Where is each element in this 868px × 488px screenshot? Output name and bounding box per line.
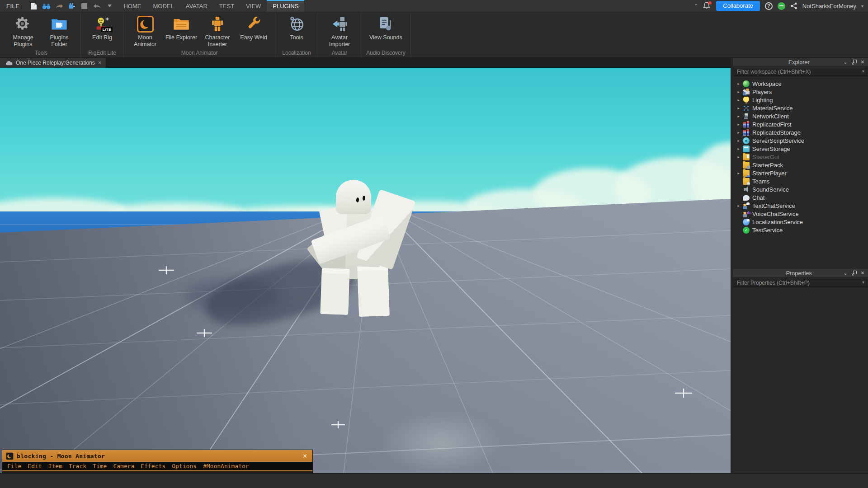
username-caret-icon: ▾ [861,4,863,9]
3d-viewport[interactable] [0,68,731,473]
explorer-item-players[interactable]: Players [733,88,868,96]
expand-arrow-icon[interactable] [736,171,741,175]
file-menu[interactable]: FILE [0,0,26,12]
save-icon[interactable] [80,2,89,10]
ma-menu-edit[interactable]: Edit [24,463,45,469]
redo-icon[interactable] [55,2,63,10]
explorer-item-voicechatservice[interactable]: VoiceChatService [733,210,868,218]
explorer-item-networkclient[interactable]: NetworkClient [733,112,868,120]
right-panel-column: Explorer ⌄ × ▾ Workspace Players Lightin… [733,58,868,473]
ribbon-button-label: Edit Rig [92,34,112,41]
moon-animator-menubar: File Edit Item Track Time Camera Effects… [2,462,312,471]
close-icon[interactable]: × [98,60,102,66]
explorer-item-serverscriptservice[interactable]: ServerScriptService [733,136,868,145]
explorer-item-startergui[interactable]: StarterGui [733,153,868,161]
close-icon[interactable]: × [861,60,864,65]
chevron-down-icon[interactable]: ⌄ [844,60,848,65]
ribbon-group-label: Tools [6,48,76,57]
explorer-item-replicatedfirst[interactable]: ReplicatedFirst [733,120,868,128]
ribbon-button-view-sounds[interactable]: View Sounds [368,14,403,48]
expand-arrow-icon[interactable] [736,106,741,110]
ribbon-button-avatar-importer[interactable]: Avatar Importer [322,14,357,48]
ma-menu-time[interactable]: Time [90,463,110,469]
expand-arrow-icon[interactable] [736,122,741,127]
ma-menu-file[interactable]: File [4,463,24,469]
explorer-filter-input[interactable] [734,68,867,76]
tab-avatar[interactable]: AVATAR [180,0,213,12]
toolbar-options-chevron-icon[interactable] [105,2,114,10]
ribbon-button-edit-rig[interactable]: LITE Edit Rig [85,14,119,48]
ma-menu-camera[interactable]: Camera [110,463,137,469]
explorer-item-serverstorage[interactable]: ServerStorage [733,145,868,153]
plugins-ribbon: Manage Plugins Plugins Folder Tools LITE [0,12,868,58]
username-menu[interactable]: NotSharksForMoney [802,3,856,9]
explorer-item-localizationservice[interactable]: LocalizationService [733,218,868,226]
explorer-item-starterplayer[interactable]: StarterPlayer [733,169,868,177]
expand-arrow-icon[interactable] [736,204,741,208]
collaborate-button[interactable]: Collaborate [716,1,760,11]
explorer-item-testservice[interactable]: TestService [733,226,868,234]
properties-filter-input[interactable] [734,279,867,287]
notifications-bell-icon[interactable] [703,2,711,10]
help-icon[interactable]: ? [765,2,773,10]
chevron-down-icon[interactable]: ⌄ [844,271,848,276]
character-head [336,180,371,214]
undo-icon[interactable] [93,2,101,10]
ribbon-group-label: Moon Animator [128,48,271,57]
tab-test[interactable]: TEST [213,0,240,12]
share-icon[interactable] [790,2,797,9]
collapse-ribbon-icon[interactable]: ⌃ [694,3,698,9]
ma-menu-item[interactable]: Item [45,463,66,469]
expand-arrow-icon[interactable] [736,90,741,94]
explorer-item-starterpack[interactable]: StarterPack [733,161,868,169]
expand-arrow-icon[interactable] [736,114,741,118]
open-binoculars-icon[interactable] [42,2,51,10]
explorer-item-replicatedstorage[interactable]: ReplicatedStorage [733,128,868,136]
ribbon-button-file-explorer[interactable]: File Explorer [164,14,198,48]
expand-arrow-icon[interactable] [736,155,741,159]
close-icon[interactable]: × [301,452,309,460]
plugin-icon[interactable] [67,2,76,10]
explorer-tree: Workspace Players Lighting MaterialServi… [733,76,868,234]
ribbon-button-label: Moon Animator [128,34,162,48]
properties-panel: Properties ⌄ × ▾ [733,269,868,287]
ribbon-button-localization-tools[interactable]: Tools [279,14,314,48]
moon-animator-titlebar[interactable]: blocking - Moon Animator × [2,450,312,462]
folder-orange-icon [173,15,189,33]
expand-arrow-icon[interactable] [736,82,741,86]
explorer-item-materialservice[interactable]: MaterialService [733,104,868,112]
ribbon-group-label: Avatar [322,48,357,57]
ma-menu-track[interactable]: Track [66,463,90,469]
panel-title: Explorer [733,59,844,66]
ribbon-button-character-inserter[interactable]: Character Inserter [200,14,235,48]
explorer-item-soundservice[interactable]: SoundService [733,185,868,193]
explorer-item-lighting[interactable]: Lighting [733,96,868,104]
explorer-item-workspace[interactable]: Workspace [733,80,868,88]
expand-arrow-icon[interactable] [736,98,741,102]
ma-menu-effects[interactable]: Effects [137,463,169,469]
tab-plugins[interactable]: PLUGINS [267,0,304,12]
new-document-icon[interactable] [29,2,38,10]
explorer-item-chat[interactable]: Chat [733,193,868,202]
character-icon [210,15,225,33]
ribbon-button-moon-animator[interactable]: Moon Animator [128,14,162,48]
document-tab[interactable]: One Piece Roleplay:Generations × [0,58,106,68]
explorer-item-teams[interactable]: Teams [733,177,868,185]
tab-model[interactable]: MODEL [147,0,179,12]
user-status-icon[interactable] [778,2,785,10]
explorer-item-textchatservice[interactable]: TextChatService [733,202,868,210]
ma-menu-options[interactable]: Options [169,463,200,469]
tab-view[interactable]: VIEW [240,0,267,12]
ribbon-button-manage-plugins[interactable]: Manage Plugins [6,14,40,48]
test-service-icon [743,227,750,234]
expand-arrow-icon[interactable] [736,131,741,135]
ribbon-button-plugins-folder[interactable]: Plugins Folder [42,14,76,48]
tab-home[interactable]: HOME [118,0,147,12]
dock-icon[interactable] [852,60,857,65]
close-icon[interactable]: × [861,271,864,276]
dock-icon[interactable] [852,271,857,276]
expand-arrow-icon[interactable] [736,147,741,151]
ma-menu-moonanimator[interactable]: #MoonAnimator [200,463,252,469]
ribbon-button-easy-weld[interactable]: Easy Weld [236,14,271,48]
expand-arrow-icon[interactable] [736,139,741,143]
